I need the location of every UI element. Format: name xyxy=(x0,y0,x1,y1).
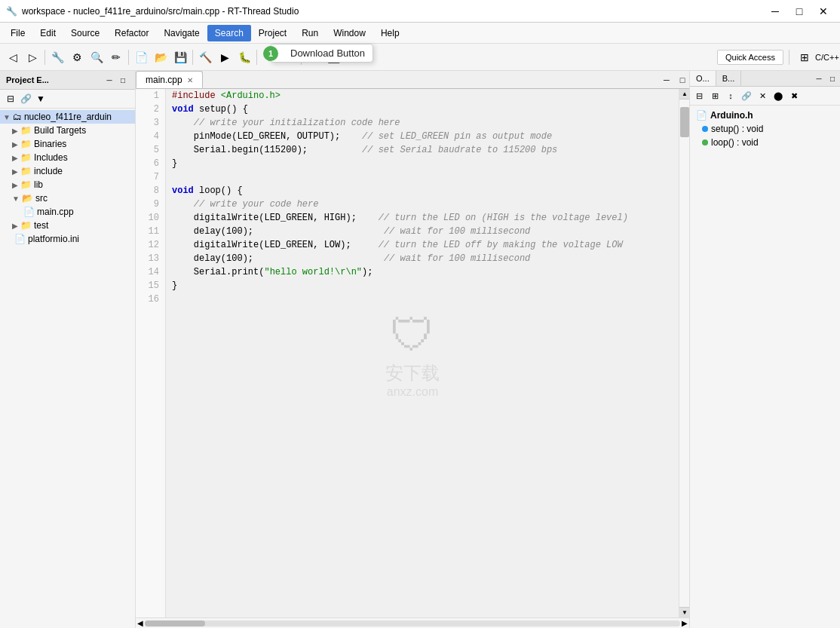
toolbar-perspective-1[interactable]: ⊞ xyxy=(795,47,814,67)
toolbar-btn-debug[interactable]: 🐛 xyxy=(235,47,254,67)
menu-window[interactable]: Window xyxy=(326,25,373,41)
tree-main-cpp[interactable]: 📄 main.cpp xyxy=(0,205,135,219)
tab-label: main.cpp xyxy=(146,75,182,85)
scroll-down-btn[interactable]: ▼ xyxy=(679,607,689,617)
right-panel-max-btn[interactable]: □ xyxy=(826,72,838,84)
toolbar-btn-open[interactable]: 📂 xyxy=(151,47,170,67)
editor-scrollbar[interactable]: ▲ ▼ xyxy=(679,89,689,617)
horizontal-scrollbar[interactable]: ◀ ▶ xyxy=(136,617,689,628)
tree-arrow-include: ▶ xyxy=(12,167,18,176)
download-tooltip: 1 Download Button xyxy=(270,44,373,63)
tree-arrow-lib: ▶ xyxy=(12,181,18,189)
app-icon: 🔧 xyxy=(6,6,17,17)
tree-arrow-src: ▼ xyxy=(12,195,20,203)
toolbar-btn-2[interactable]: ▷ xyxy=(23,47,42,67)
dot-loop xyxy=(702,137,708,148)
right-tab-b[interactable]: B... xyxy=(716,71,742,86)
toolbar-btn-5[interactable]: 🔍 xyxy=(87,47,106,67)
rp-btn-5[interactable]: ✕ xyxy=(755,88,770,103)
tree-item-label: Binaries xyxy=(34,139,66,149)
lang-button[interactable]: C/C++ xyxy=(817,47,837,67)
menu-source[interactable]: Source xyxy=(63,25,107,41)
main-layout: Project E... ─ □ ⊟ 🔗 ▼ ▼ 🗂 nucleo_f411re… xyxy=(0,71,840,628)
panel-maximize-btn[interactable]: □ xyxy=(117,74,129,86)
tree-collapse-btn[interactable]: ⊟ xyxy=(3,91,18,106)
hscroll-left-btn[interactable]: ◀ xyxy=(137,619,143,627)
menu-edit[interactable]: Edit xyxy=(32,25,63,41)
toolbar-btn-build[interactable]: 🔨 xyxy=(195,47,215,67)
toolbar-btn-run[interactable]: ▶ xyxy=(215,47,235,67)
menu-run[interactable]: Run xyxy=(294,25,326,41)
outline-loop-label: loop() : void xyxy=(711,137,759,148)
rp-btn-2[interactable]: ⊞ xyxy=(707,88,722,103)
menu-navigate[interactable]: Navigate xyxy=(156,25,207,41)
rp-btn-6[interactable]: ⬤ xyxy=(771,88,786,103)
hscroll-right-btn[interactable]: ▶ xyxy=(682,619,688,627)
toolbar-btn-3[interactable]: 🔧 xyxy=(48,47,67,67)
hscroll-track xyxy=(145,620,680,626)
outline-file[interactable]: 📄 Arduino.h xyxy=(693,109,837,122)
menu-search[interactable]: Search xyxy=(207,25,251,41)
tree-item-label: include xyxy=(34,166,63,176)
editor-maximize-btn[interactable]: □ xyxy=(676,73,689,87)
menu-refactor[interactable]: Refactor xyxy=(107,25,156,41)
tree-includes[interactable]: ▶ 📁 Includes xyxy=(0,151,135,164)
toolbar: ◁ ▷ 🔧 ⚙ 🔍 ✏ 📄 📂 💾 🔨 ▶ 🐛 ⬇ ⏹ ☰ ⬛ ◼ 1 Down… xyxy=(0,44,840,71)
tree-item-label: lib xyxy=(34,179,43,190)
minimize-button[interactable]: ─ xyxy=(765,3,786,20)
tree-item-label: Build Targets xyxy=(34,125,86,136)
rp-btn-1[interactable]: ⊟ xyxy=(691,88,707,103)
scroll-up-btn[interactable]: ▲ xyxy=(679,89,689,100)
right-tab-outline[interactable]: O... xyxy=(690,71,716,86)
tree-item-label: test xyxy=(34,220,48,231)
tree-build-targets[interactable]: ▶ 📁 Build Targets xyxy=(0,124,135,137)
tree-arrow-inc: ▶ xyxy=(12,154,18,162)
tree-lib[interactable]: ▶ 📁 lib xyxy=(0,178,135,191)
menu-file[interactable]: File xyxy=(3,25,32,41)
toolbar-btn-6[interactable]: ✏ xyxy=(106,47,126,67)
rp-btn-7[interactable]: ✖ xyxy=(786,88,802,103)
close-button[interactable]: ✕ xyxy=(813,3,834,20)
toolbar-btn-1[interactable]: ◁ xyxy=(3,47,23,67)
editor-minimize-btn[interactable]: ─ xyxy=(660,73,673,87)
toolbar-btn-new[interactable]: 📄 xyxy=(131,47,151,67)
outline-loop[interactable]: loop() : void xyxy=(693,136,837,149)
toolbar-btn-4[interactable]: ⚙ xyxy=(67,47,87,67)
tree-project-root[interactable]: ▼ 🗂 nucleo_f411re_arduin xyxy=(0,110,135,124)
tree-test[interactable]: ▶ 📁 test xyxy=(0,219,135,232)
tree-binaries[interactable]: ▶ 📁 Binaries xyxy=(0,137,135,151)
tree-link-btn[interactable]: 🔗 xyxy=(18,91,33,106)
scrollbar-thumb[interactable] xyxy=(680,107,689,137)
code-content: #include <Arduino.h>void setup() { // wr… xyxy=(166,89,679,306)
tree-item-label: platformio.ini xyxy=(28,234,79,244)
editor-tab-main-cpp[interactable]: main.cpp ✕ xyxy=(136,71,203,88)
code-scroll[interactable]: #include <Arduino.h>void setup() { // wr… xyxy=(166,89,679,617)
rp-btn-3[interactable]: ↕ xyxy=(723,88,738,103)
tree-include[interactable]: ▶ 📁 include xyxy=(0,164,135,178)
panel-minimize-btn[interactable]: ─ xyxy=(103,74,115,86)
right-panel-controls: ─ □ xyxy=(811,71,840,86)
outline-setup[interactable]: setup() : void xyxy=(693,122,837,136)
tree-arrow-root: ▼ xyxy=(3,113,11,121)
menu-help[interactable]: Help xyxy=(373,25,407,41)
tree-filter-btn[interactable]: ▼ xyxy=(33,91,48,106)
tree-platformio-ini[interactable]: 📄 platformio.ini xyxy=(0,232,135,246)
tree-item-label: main.cpp xyxy=(37,207,74,217)
hscroll-thumb[interactable] xyxy=(145,620,205,626)
editor-tab-controls: ─ □ xyxy=(660,73,689,88)
toolbar-btn-save[interactable]: 💾 xyxy=(170,47,190,67)
maximize-button[interactable]: □ xyxy=(789,3,810,20)
tree-arrow-test: ▶ xyxy=(12,222,18,230)
tree-toolbar: ⊟ 🔗 ▼ xyxy=(0,90,135,109)
right-panel-min-btn[interactable]: ─ xyxy=(813,72,825,84)
rp-btn-4[interactable]: 🔗 xyxy=(739,88,754,103)
download-tooltip-label: Download Button xyxy=(290,47,365,59)
download-badge: 1 xyxy=(263,46,278,61)
project-icon: 🗂 xyxy=(13,112,22,122)
toolbar-sep-4 xyxy=(256,50,257,65)
tree-src[interactable]: ▼ 📂 src xyxy=(0,191,135,205)
quick-access-button[interactable]: Quick Access xyxy=(717,50,783,65)
menu-project[interactable]: Project xyxy=(251,25,294,41)
tab-close-btn[interactable]: ✕ xyxy=(187,76,193,84)
binaries-icon: 📁 xyxy=(20,139,32,149)
